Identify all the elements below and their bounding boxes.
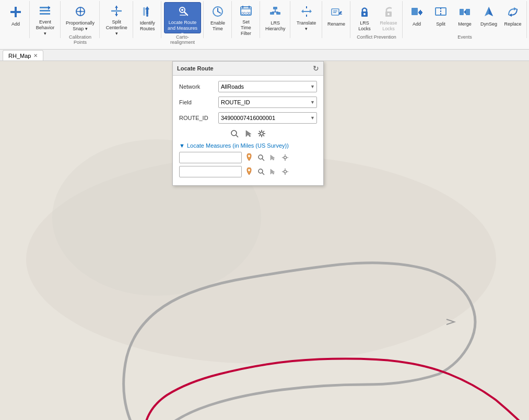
locate-route-icon: [174, 4, 191, 19]
ribbon-group-add: Add: [2, 1, 30, 38]
svg-rect-1: [10, 11, 21, 13]
tab-close-icon[interactable]: ✕: [33, 53, 38, 58]
conflict-prevention-label: Conflict Prevention: [357, 34, 396, 40]
svg-line-68: [262, 159, 264, 161]
refresh-icon[interactable]: ↻: [313, 64, 319, 73]
svg-point-18: [181, 9, 183, 11]
network-select[interactable]: AllRoads ▼: [218, 81, 317, 92]
search-route-icon[interactable]: [229, 128, 240, 139]
rename-button[interactable]: Rename: [325, 2, 348, 33]
measure-1-input[interactable]: [179, 152, 242, 163]
event-behavior-button[interactable]: EventBehavior ▾: [32, 2, 58, 33]
set-time-filter-icon: 00:00: [238, 4, 254, 18]
ribbon-group-enable-time: EnableTime: [204, 1, 232, 38]
svg-marker-55: [464, 10, 466, 14]
measure-2-input[interactable]: [179, 166, 242, 177]
enable-time-button[interactable]: EnableTime: [206, 2, 229, 33]
route-id-dropdown-arrow: ▼: [310, 115, 315, 121]
svg-rect-39: [332, 9, 339, 15]
svg-line-23: [218, 11, 220, 13]
tab-label: RH_Map: [8, 53, 31, 59]
svg-rect-4: [40, 13, 50, 15]
add2-icon: [408, 4, 425, 20]
field-select[interactable]: ROUTE_ID ▼: [218, 97, 317, 108]
network-select-wrap: AllRoads ▼: [218, 81, 317, 92]
measure-2-settings-icon[interactable]: [280, 166, 290, 177]
add2-button[interactable]: Add: [405, 2, 428, 33]
measure-1-icons: [244, 152, 290, 163]
add-label: Add: [11, 21, 20, 27]
locate-route-button[interactable]: Locate Routeand Measures ▾: [164, 2, 201, 33]
ribbon-toolbar: Add EventBehavior ▾: [0, 0, 529, 39]
lrs-locks-label: LRSLocks: [358, 20, 371, 32]
merge-button[interactable]: Merge: [453, 2, 476, 33]
rename-label: Rename: [327, 21, 345, 27]
release-locks-button[interactable]: ReleaseLocks: [377, 2, 400, 33]
events-label: Events: [457, 34, 472, 40]
svg-rect-16: [143, 7, 145, 16]
svg-marker-13: [115, 6, 118, 8]
select-route-icon[interactable]: [242, 128, 254, 139]
svg-marker-14: [115, 14, 118, 16]
enable-time-icon: [209, 4, 226, 19]
replace-icon: [504, 4, 521, 20]
ribbon-group-translate: Translate ▾: [291, 1, 322, 38]
split2-label: Split: [436, 21, 445, 27]
svg-point-73: [284, 171, 287, 173]
field-dropdown-arrow: ▼: [310, 100, 315, 105]
lrs-locks-icon: [356, 4, 373, 19]
svg-point-65: [260, 132, 263, 135]
svg-rect-47: [412, 8, 418, 15]
ribbon-group-identify-routes: IdentifyRoutes: [134, 1, 161, 38]
svg-rect-27: [249, 6, 250, 8]
merge-icon: [456, 4, 473, 20]
locate-measures-header[interactable]: ▼ Locate Measures (in Miles (US Survey)): [179, 142, 317, 149]
lrs-locks-button[interactable]: LRSLocks: [353, 2, 376, 33]
measure-2-row: [179, 166, 317, 177]
translate-button[interactable]: Translate ▾: [293, 2, 320, 33]
proportionally-snap-button[interactable]: ProportionallySnap ▾: [63, 2, 97, 33]
set-time-filter-button[interactable]: 00:00 Set TimeFilter: [234, 2, 257, 33]
network-value: AllRoads: [221, 83, 244, 90]
svg-marker-5: [48, 6, 50, 10]
svg-rect-20: [180, 15, 186, 16]
svg-point-15: [146, 15, 148, 17]
merge-label: Merge: [458, 21, 472, 27]
measure-2-search-icon[interactable]: [256, 166, 266, 177]
measure-1-settings-icon[interactable]: [280, 152, 290, 163]
measure-1-cursor-icon[interactable]: [268, 152, 278, 163]
split-centerline-button[interactable]: SplitCenterline ▾: [102, 2, 131, 33]
add-button[interactable]: Add: [4, 2, 27, 33]
svg-marker-35: [310, 9, 312, 13]
map-area: Locate Route ↻ Network AllRoads ▼ Field: [0, 61, 529, 420]
ribbon-group-prop-snap: ProportionallySnap ▾ Calibration Points: [61, 1, 100, 38]
identify-routes-button[interactable]: IdentifyRoutes: [136, 2, 159, 33]
ribbon-group-locks: LRSLocks ReleaseLocks Conflict Preventio…: [351, 1, 403, 38]
enable-time-label: EnableTime: [210, 20, 225, 32]
split2-button[interactable]: Split: [429, 2, 452, 33]
measure-2-pin-icon[interactable]: [244, 166, 254, 177]
measure-1-pin-icon[interactable]: [244, 152, 254, 163]
replace-button[interactable]: Replace: [501, 2, 524, 33]
network-dropdown-arrow: ▼: [310, 84, 315, 89]
svg-rect-54: [466, 9, 470, 15]
action-icons: [179, 128, 317, 139]
dynseg-button[interactable]: DynSeg: [477, 2, 500, 33]
measure-2-cursor-icon[interactable]: [268, 166, 278, 177]
measure-1-search-icon[interactable]: [256, 152, 266, 163]
svg-point-63: [231, 130, 237, 136]
route-id-select[interactable]: 34900007416000001 ▼: [218, 112, 317, 124]
rh-map-tab[interactable]: RH_Map ✕: [3, 50, 43, 61]
translate-label: Translate ▾: [296, 20, 317, 32]
ribbon-group-split-centerline: SplitCenterline ▾: [100, 1, 133, 38]
event-behavior-icon: [37, 4, 53, 18]
prop-snap-label: ProportionallySnap ▾: [66, 20, 95, 32]
ribbon-group-set-time-filter: 00:00 Set TimeFilter: [232, 1, 260, 38]
lrs-hierarchy-button[interactable]: LRSHierarchy: [263, 2, 288, 33]
svg-marker-34: [301, 9, 303, 13]
svg-point-70: [248, 169, 250, 171]
settings-icon[interactable]: [256, 128, 267, 139]
field-label: Field: [179, 99, 218, 105]
ribbon-group-locate-route: Locate Routeand Measures ▾ Carto-realign…: [162, 1, 204, 38]
add-icon: [7, 4, 24, 20]
